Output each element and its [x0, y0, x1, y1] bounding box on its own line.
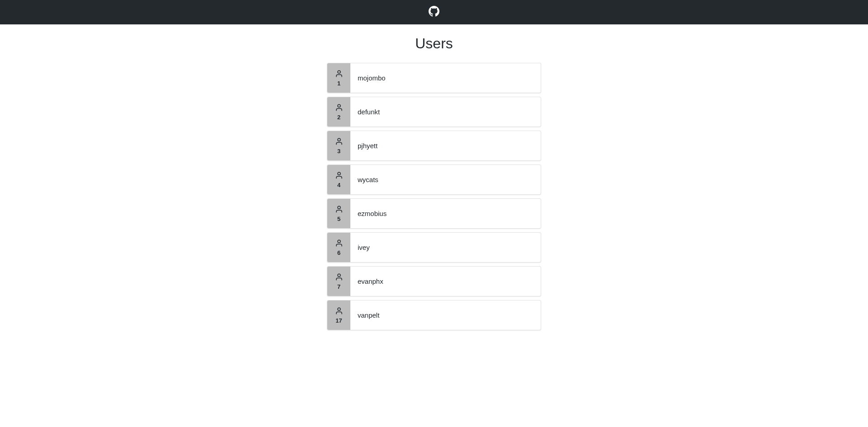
user-card[interactable]: 4 wycats [327, 164, 541, 195]
user-login: ivey [350, 233, 541, 262]
svg-point-2 [338, 138, 340, 141]
user-icon [335, 171, 343, 181]
svg-point-5 [338, 240, 340, 243]
user-id: 17 [335, 317, 342, 324]
user-icon [335, 70, 343, 80]
user-login: vanpelt [350, 300, 541, 330]
svg-point-3 [338, 172, 340, 175]
user-login: mojombo [350, 63, 541, 93]
user-id: 3 [337, 148, 340, 155]
user-avatar: 7 [327, 267, 350, 296]
user-icon [335, 273, 343, 283]
svg-point-1 [338, 104, 340, 107]
svg-point-7 [338, 308, 340, 310]
user-avatar: 1 [327, 63, 350, 93]
user-avatar: 6 [327, 233, 350, 262]
user-avatar: 4 [327, 165, 350, 194]
user-id: 6 [337, 249, 340, 256]
user-id: 1 [337, 80, 340, 87]
user-card[interactable]: 17 vanpelt [327, 300, 541, 330]
user-card[interactable]: 7 evanphx [327, 266, 541, 296]
user-card[interactable]: 1 mojombo [327, 63, 541, 93]
app-header [0, 0, 868, 24]
user-login: defunkt [350, 97, 541, 127]
user-avatar: 5 [327, 199, 350, 228]
user-list: 1 mojombo 2 defunkt 3 pjhyett [323, 63, 545, 330]
user-login: evanphx [350, 267, 541, 296]
page-title: Users [0, 35, 868, 52]
user-icon [335, 205, 343, 215]
user-icon [335, 307, 343, 317]
user-card[interactable]: 3 pjhyett [327, 131, 541, 161]
svg-point-6 [338, 274, 340, 277]
user-login: wycats [350, 165, 541, 194]
user-avatar: 3 [327, 131, 350, 160]
user-id: 7 [337, 283, 340, 290]
user-avatar: 2 [327, 97, 350, 127]
user-login: ezmobius [350, 199, 541, 228]
user-icon [335, 103, 343, 113]
svg-point-0 [338, 70, 340, 73]
github-icon[interactable] [429, 6, 439, 19]
user-login: pjhyett [350, 131, 541, 160]
user-card[interactable]: 5 ezmobius [327, 198, 541, 229]
user-icon [335, 137, 343, 147]
user-id: 2 [337, 114, 340, 121]
user-id: 5 [337, 216, 340, 222]
user-icon [335, 239, 343, 249]
user-id: 4 [337, 182, 340, 188]
user-avatar: 17 [327, 300, 350, 330]
user-card[interactable]: 6 ivey [327, 232, 541, 263]
svg-point-4 [338, 206, 340, 209]
user-card[interactable]: 2 defunkt [327, 97, 541, 127]
